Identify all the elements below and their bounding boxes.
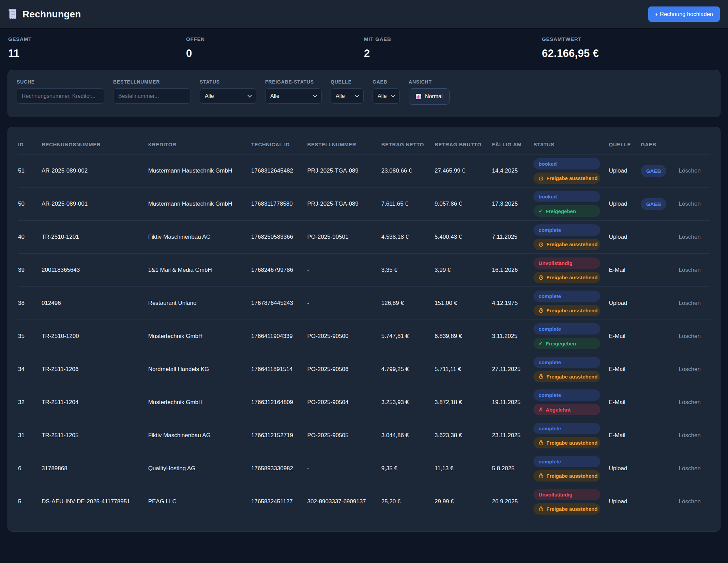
cell-source: Upload — [609, 485, 641, 518]
cell-invoice-number: DS-AEU-INV-DE-2025-411778951 — [42, 485, 148, 518]
approval-status-select[interactable]: Alle — [265, 88, 322, 104]
status-badge-label: complete — [539, 459, 561, 464]
approval-badge: Freigabe ausstehend — [533, 272, 600, 283]
delete-button[interactable]: Löschen — [679, 465, 701, 472]
cell-status: UnvollständigFreigabe ausstehend — [533, 485, 609, 518]
stat-gesamt: GESAMT 11 — [8, 36, 186, 60]
cell-source: E-Mail — [609, 419, 641, 452]
cell-gaeb — [641, 320, 679, 353]
cell-net-amount: 23.080,66 € — [381, 154, 435, 188]
approval-badge: ✗Abgelehnt — [533, 404, 600, 415]
delete-button[interactable]: Löschen — [679, 300, 701, 306]
status-badge: Unvollständig — [533, 489, 600, 500]
cell-source: Upload — [609, 188, 641, 221]
cell-due-date: 14.4.2025 — [492, 154, 534, 188]
cell-net-amount: 3.253,93 € — [381, 386, 435, 419]
approval-badge: Freigabe ausstehend — [533, 173, 600, 184]
cell-gross-amount: 29,99 € — [435, 485, 492, 518]
stat-gesamtwert: GESAMTWERT 62.166,95 € — [542, 36, 720, 60]
delete-button[interactable]: Löschen — [679, 366, 701, 372]
cell-gross-amount: 9.057,86 € — [435, 188, 492, 221]
cell-due-date: 5.8.2025 — [492, 452, 534, 485]
gaeb-select[interactable]: Alle — [373, 88, 400, 104]
view-mode-button[interactable]: Normal — [409, 88, 450, 105]
cell-source: E-Mail — [609, 353, 641, 386]
status-badge: complete — [533, 357, 600, 368]
cell-invoice-number: 31789868 — [42, 452, 148, 485]
cell-source: E-Mail — [609, 386, 641, 419]
status-badge-label: Unvollständig — [539, 492, 572, 498]
status-pill-stack: UnvollständigFreigabe ausstehend — [533, 489, 600, 515]
cell-due-date: 23.11.2025 — [492, 419, 534, 452]
cell-creditor: Restaurant Unlärio — [148, 287, 251, 320]
approval-badge-label: Freigabe ausstehend — [546, 241, 597, 247]
column-header-order: BESTELLNUMMER — [307, 136, 381, 154]
delete-button[interactable]: Löschen — [679, 234, 701, 240]
table-header-row: IDRECHNUNGSNUMMERKREDITORTECHNICAL IDBES… — [18, 136, 710, 154]
cell-source: Upload — [609, 287, 641, 320]
cell-gaeb — [641, 452, 679, 485]
column-header-technical-id: TECHNICAL ID — [251, 136, 307, 154]
cell-gaeb — [641, 254, 679, 287]
check-icon: ✓ — [539, 340, 543, 346]
status-badge-label: booked — [539, 194, 557, 199]
filter-label: BESTELLNUMMER — [113, 79, 191, 85]
delete-button[interactable]: Löschen — [679, 498, 701, 505]
status-badge-label: complete — [539, 293, 561, 299]
cell-technical-id: 1767876445243 — [251, 287, 307, 320]
cell-invoice-number: TR-2511-1206 — [42, 353, 148, 386]
cell-creditor: 1&1 Mail & Media GmbH — [148, 254, 251, 287]
cell-action: Löschen — [679, 320, 710, 353]
cell-source: Upload — [609, 154, 641, 188]
stat-label: GESAMT — [8, 36, 186, 42]
cell-technical-id: 1765832451127 — [251, 485, 307, 518]
cell-id: 50 — [18, 188, 42, 221]
stat-label: GESAMTWERT — [542, 36, 720, 42]
order-number-input[interactable] — [113, 88, 191, 104]
filter-label: FREIGABE-STATUS — [265, 79, 322, 85]
status-select[interactable]: Alle — [200, 88, 256, 104]
stopwatch-icon — [539, 176, 544, 181]
approval-badge-label: Abgelehnt — [546, 407, 571, 413]
cell-status: completeFreigabe ausstehend — [533, 419, 609, 452]
approval-badge-label: Freigabe ausstehend — [546, 275, 597, 280]
status-badge-label: complete — [539, 426, 561, 431]
approval-badge: Freigabe ausstehend — [533, 470, 600, 481]
status-badge-label: Unvollständig — [539, 260, 572, 266]
cell-gaeb — [641, 485, 679, 518]
table-row: 31TR-2511-1205Fiktiv Maschinenbau AG1766… — [18, 419, 710, 452]
cell-action: Löschen — [679, 419, 710, 452]
search-input[interactable] — [17, 88, 104, 104]
cell-action: Löschen — [679, 254, 710, 287]
cell-invoice-number: TR-2510-1200 — [42, 320, 148, 353]
gaeb-badge: GAEB — [641, 165, 666, 177]
delete-button[interactable]: Löschen — [679, 399, 701, 405]
cell-action: Löschen — [679, 386, 710, 419]
cell-invoice-number: 200118365643 — [42, 254, 148, 287]
cell-gross-amount: 5.400,43 € — [435, 221, 492, 254]
cell-gaeb — [641, 353, 679, 386]
upload-invoice-button[interactable]: + Rechnung hochladen — [648, 6, 720, 22]
cell-due-date: 3.11.2025 — [492, 320, 534, 353]
delete-button[interactable]: Löschen — [679, 267, 701, 273]
cell-gross-amount: 6.839,89 € — [435, 320, 492, 353]
delete-button[interactable]: Löschen — [679, 201, 701, 207]
filter-label: STATUS — [200, 79, 256, 85]
approval-badge: ✓Freigegeben — [533, 338, 600, 349]
stopwatch-icon — [539, 242, 544, 247]
cell-id: 38 — [18, 287, 42, 320]
stat-offen: OFFEN 0 — [186, 36, 364, 60]
table-row: 34TR-2511-1206Nordmetall Handels KG17664… — [18, 353, 710, 386]
status-badge-label: complete — [539, 227, 561, 233]
cell-id: 51 — [18, 154, 42, 188]
delete-button[interactable]: Löschen — [679, 432, 701, 439]
stopwatch-icon — [539, 473, 544, 478]
column-header-gross: BETRAG BRUTTO — [435, 136, 492, 154]
delete-button[interactable]: Löschen — [679, 333, 701, 339]
status-badge: complete — [533, 423, 600, 434]
source-select[interactable]: Alle — [331, 88, 364, 104]
status-badge: complete — [533, 389, 600, 401]
delete-button[interactable]: Löschen — [679, 167, 701, 174]
filter-label: QUELLE — [331, 79, 364, 85]
cell-creditor: Mustertechnik GmbH — [148, 386, 251, 419]
